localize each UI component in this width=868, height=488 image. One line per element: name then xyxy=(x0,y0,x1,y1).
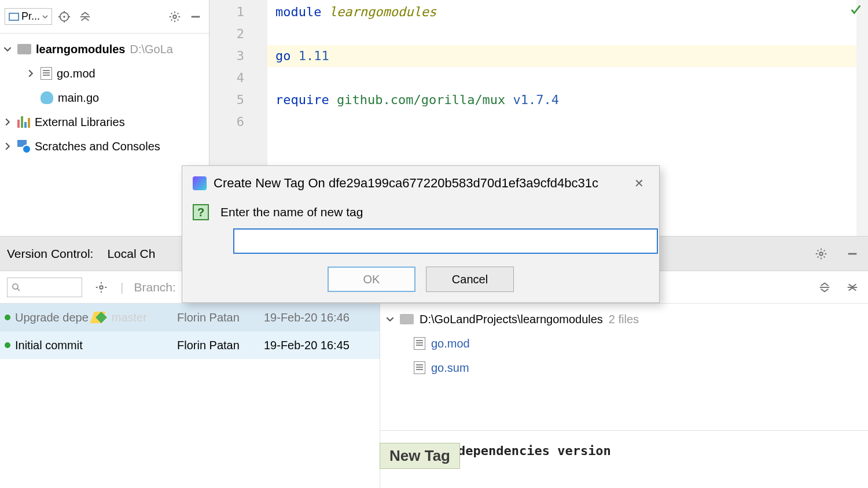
question-icon: ? xyxy=(193,204,209,220)
keyword: go xyxy=(275,49,291,63)
file-icon xyxy=(414,361,425,374)
file-label: main.go xyxy=(58,91,99,105)
line-number: 5 xyxy=(209,89,244,111)
collapse-all-icon[interactable] xyxy=(844,279,861,296)
tooltip-text: New Tag xyxy=(389,447,450,464)
create-tag-dialog: Create New Tag On dfe29a199ca677220b583d… xyxy=(182,165,660,303)
minimize-icon[interactable] xyxy=(844,245,861,263)
log-search-input[interactable] xyxy=(7,278,82,297)
tree-root[interactable]: learngomodules D:\GoLa xyxy=(0,37,209,61)
file-icon xyxy=(414,337,425,350)
tree-scratches[interactable]: Scratches and Consoles xyxy=(0,134,209,158)
branch-filter-label[interactable]: Branch: xyxy=(134,280,175,294)
settings-gear-icon[interactable] xyxy=(812,245,830,263)
root-name: learngomodules xyxy=(36,43,125,56)
vc-title: Version Control: xyxy=(7,247,93,261)
commit-row[interactable]: Upgrade depe master Florin Patan 19-Feb-… xyxy=(0,304,380,331)
tag-icon xyxy=(92,312,108,323)
svg-point-4 xyxy=(13,284,18,289)
keyword: require xyxy=(275,93,329,107)
minimize-icon[interactable] xyxy=(187,8,204,25)
collapse-all-icon[interactable] xyxy=(76,8,94,25)
tree-external-libs[interactable]: External Libraries xyxy=(0,110,209,134)
project-view-selector[interactable]: Pr... xyxy=(5,8,52,25)
inspection-ok-icon[interactable] xyxy=(849,3,862,16)
detail-count: 2 files xyxy=(609,313,639,326)
chevron-right-icon[interactable] xyxy=(2,118,13,126)
goland-app-icon xyxy=(193,176,207,190)
svg-point-3 xyxy=(819,252,823,256)
ok-button[interactable]: OK xyxy=(328,267,415,292)
changed-file-row[interactable]: go.sum xyxy=(380,356,868,380)
close-icon[interactable]: ✕ xyxy=(630,174,649,193)
chevron-down-icon[interactable] xyxy=(2,45,13,53)
dialog-titlebar[interactable]: Create New Tag On dfe29a199ca677220b583d… xyxy=(182,166,659,201)
commit-date: 19-Feb-20 16:45 xyxy=(264,339,380,352)
commit-message: Initial commit xyxy=(15,339,83,352)
changed-file: go.sum xyxy=(431,361,469,375)
graph-node-icon xyxy=(5,342,10,348)
settings-gear-icon[interactable] xyxy=(166,8,183,25)
vc-tab-local-changes[interactable]: Local Ch xyxy=(107,247,155,261)
changed-file: go.mod xyxy=(431,337,470,350)
commit-log: Upgrade depe master Florin Patan 19-Feb-… xyxy=(0,304,380,488)
editor-error-stripe[interactable] xyxy=(856,0,868,236)
gopher-icon xyxy=(41,91,53,104)
module-name: learngomodules xyxy=(321,5,436,19)
tree-file-gomod[interactable]: go.mod xyxy=(0,61,209,86)
version: v1.7.4 xyxy=(505,93,559,107)
svg-point-1 xyxy=(63,16,65,18)
search-icon xyxy=(11,282,21,293)
svg-point-2 xyxy=(173,15,176,19)
expand-all-icon[interactable] xyxy=(816,279,833,296)
line-number: 3 xyxy=(209,45,244,67)
file-icon xyxy=(41,67,52,80)
dialog-title-text: Create New Tag On dfe29a199ca677220b583d… xyxy=(214,176,598,191)
project-tree: learngomodules D:\GoLa go.mod main.go Ex xyxy=(0,34,209,162)
branch-label: master xyxy=(112,311,147,324)
detail-path: D:\GoLandProjects\learngomodules xyxy=(420,313,603,326)
root-path: D:\GoLa xyxy=(130,43,172,56)
commit-author: Florin Patan xyxy=(177,339,264,352)
project-tool-window: Pr... xyxy=(0,0,209,236)
svg-point-5 xyxy=(100,286,103,289)
project-toolbar: Pr... xyxy=(0,0,209,34)
cancel-button[interactable]: Cancel xyxy=(426,267,514,292)
project-combo-label: Pr... xyxy=(21,10,40,23)
commit-date: 19-Feb-20 16:46 xyxy=(264,311,380,324)
commit-author: Florin Patan xyxy=(177,311,264,324)
chevron-right-icon[interactable] xyxy=(2,142,13,150)
chevron-right-icon[interactable] xyxy=(25,69,36,77)
scratches-label: Scratches and Consoles xyxy=(35,140,160,153)
dialog-prompt: Enter the name of new tag xyxy=(220,205,363,219)
line-number: 6 xyxy=(209,111,244,133)
scratches-icon xyxy=(17,140,30,153)
chevron-down-icon xyxy=(42,14,48,20)
commit-message: Upgrade depe xyxy=(15,311,89,324)
project-icon xyxy=(9,13,19,21)
line-number: 1 xyxy=(209,1,244,23)
commit-row[interactable]: Initial commit Florin Patan 19-Feb-20 16… xyxy=(0,331,380,359)
tooltip-new-tag: New Tag xyxy=(380,443,460,469)
filter-gear-icon[interactable] xyxy=(93,279,110,296)
package: github.com/gorilla/mux xyxy=(329,93,506,107)
detail-folder-row[interactable]: D:\GoLandProjects\learngomodules 2 files xyxy=(380,307,868,331)
tree-file-maingo[interactable]: main.go xyxy=(0,86,209,110)
keyword: module xyxy=(275,5,321,19)
file-label: go.mod xyxy=(57,67,95,80)
line-number: 4 xyxy=(209,67,244,89)
folder-icon xyxy=(400,314,414,324)
graph-node-icon xyxy=(5,315,10,320)
external-libs-label: External Libraries xyxy=(35,116,125,129)
locate-target-icon[interactable] xyxy=(56,8,73,25)
library-icon xyxy=(17,116,30,128)
version: 1.11 xyxy=(291,49,329,63)
line-number: 2 xyxy=(209,23,244,45)
folder-icon xyxy=(17,44,31,54)
changed-file-row[interactable]: go.mod xyxy=(380,331,868,356)
tag-name-input[interactable] xyxy=(233,228,658,254)
chevron-down-icon[interactable] xyxy=(386,313,394,326)
